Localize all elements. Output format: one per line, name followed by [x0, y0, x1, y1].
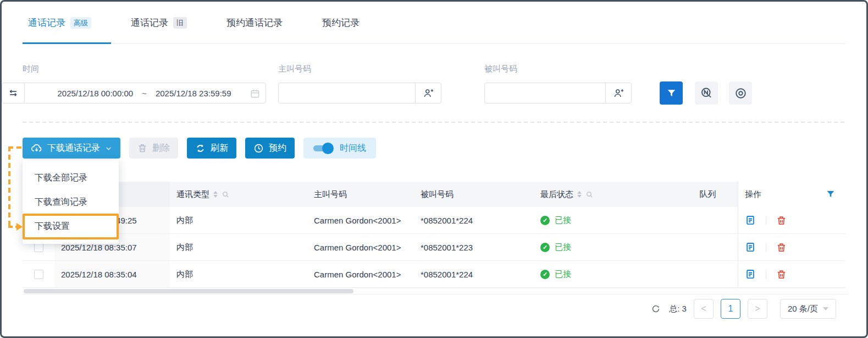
- caller-contact-picker-button[interactable]: [415, 83, 441, 103]
- caller-number-group: [278, 83, 441, 103]
- column-header-caller[interactable]: 主叫号码: [307, 182, 414, 207]
- schedule-button-label: 预约: [269, 143, 286, 154]
- refresh-button[interactable]: 刷新: [187, 138, 236, 159]
- chevron-down-icon: [105, 145, 112, 152]
- menu-item-download-query[interactable]: 下载查询记录: [23, 190, 119, 214]
- current-page-button[interactable]: 1: [721, 299, 740, 319]
- apply-filter-button[interactable]: [660, 81, 683, 105]
- date-range-input[interactable]: 2025/12/18 00:00:00 ~ 2025/12/18 23:59:5…: [23, 83, 266, 103]
- prev-page-button[interactable]: <: [694, 299, 714, 319]
- tab-badge-advanced: 高级: [70, 17, 91, 29]
- trash-icon: [137, 143, 147, 153]
- callee-filter-label: 被叫号码: [484, 64, 517, 74]
- table-bottom-border: [23, 294, 849, 295]
- actions-filter-icon[interactable]: [826, 189, 836, 199]
- tab-scheduled-records[interactable]: 预约记录: [302, 2, 379, 43]
- actions-divider: [766, 270, 766, 279]
- tab-call-records-advanced[interactable]: 通话记录 高级: [23, 2, 111, 43]
- menu-item-download-all[interactable]: 下载全部记录: [23, 166, 119, 190]
- refresh-icon: [195, 143, 206, 154]
- swap-icon: [8, 88, 19, 99]
- timeline-toggle-group: 时间线: [303, 138, 376, 159]
- cell-time: 2025/12/18 08:35:04: [54, 261, 170, 287]
- connector-line: [8, 226, 17, 228]
- call-records-table: 时间 通讯类型 主叫号码 被叫号码 最后状态 队列 操作: [23, 182, 845, 288]
- connector-arrow-icon: [16, 223, 23, 231]
- table-row: 2025/12/18 08:35:04 内部 Carmen Gordon<200…: [23, 261, 845, 288]
- swap-numbers-button[interactable]: [2, 83, 25, 103]
- timeline-toggle-label: 时间线: [340, 143, 366, 154]
- download-call-records-button[interactable]: 下载通话记录: [23, 138, 120, 159]
- column-header-status[interactable]: 最后状态: [534, 182, 678, 207]
- sort-icon[interactable]: [213, 191, 218, 198]
- page-size-value: 20 条/页: [788, 304, 818, 314]
- actions-divider: [766, 216, 766, 225]
- cell-actions: [738, 207, 845, 233]
- cell-caller: Carmen Gordon<2001>: [307, 261, 414, 287]
- funnel-icon: [666, 88, 677, 99]
- toolbar: 下载通话记录 删除 刷新 预约 时间线: [23, 138, 376, 159]
- tab-label: 预约记录: [322, 17, 360, 29]
- delete-record-icon[interactable]: [776, 215, 787, 226]
- tab-bar: 通话记录 高级 通话记录 旧 预约通话记录 预约记录: [23, 2, 845, 44]
- cell-caller: Carmen Gordon<2001>: [307, 207, 414, 233]
- cell-status: ✓已接: [534, 261, 678, 287]
- calendar-icon: [250, 88, 260, 99]
- cell-queue: [678, 234, 738, 260]
- tab-scheduled-call-records[interactable]: 预约通话记录: [207, 2, 302, 43]
- cell-actions: [738, 234, 845, 260]
- pagination-bar: 总: 3 < 1 > 20 条/页: [651, 298, 836, 319]
- page-size-select[interactable]: 20 条/页: [780, 299, 836, 319]
- delete-button[interactable]: 删除: [129, 138, 178, 159]
- tab-label: 通话记录: [131, 17, 168, 29]
- sort-icon[interactable]: [577, 191, 582, 198]
- tab-call-records-old[interactable]: 通话记录 旧: [111, 2, 207, 43]
- search-icon[interactable]: [585, 190, 594, 199]
- table-row: 2025/12/18 08:35:07 内部 Carmen Gordon<200…: [23, 234, 845, 261]
- section-divider: [23, 122, 847, 123]
- cloud-download-icon: [31, 143, 42, 154]
- person-add-icon: [613, 88, 624, 99]
- next-page-button[interactable]: >: [748, 299, 767, 319]
- reload-list-icon[interactable]: [651, 304, 661, 314]
- caller-number-input[interactable]: [279, 83, 415, 103]
- cell-callee: *0852001*224: [414, 261, 534, 287]
- column-header-queue[interactable]: 队列: [678, 182, 738, 207]
- connector-line: [8, 146, 10, 228]
- number-search-button[interactable]: [695, 81, 718, 105]
- column-header-actions: 操作: [738, 182, 845, 207]
- person-add-icon: [423, 88, 434, 99]
- cell-actions: [738, 261, 845, 287]
- row-checkbox[interactable]: [34, 243, 43, 252]
- cell-status: ✓已接: [534, 234, 678, 260]
- column-header-type[interactable]: 通讯类型: [170, 182, 307, 207]
- date-end: 2025/12/18 23:59:59: [156, 89, 231, 98]
- cell-type: 内部: [170, 234, 307, 260]
- column-header-callee[interactable]: 被叫号码: [414, 182, 534, 207]
- view-visibility-button[interactable]: [729, 81, 752, 105]
- delete-record-icon[interactable]: [776, 269, 787, 280]
- timeline-toggle[interactable]: [313, 145, 332, 151]
- download-button-label: 下载通话记录: [47, 143, 100, 154]
- refresh-button-label: 刷新: [211, 143, 228, 154]
- delete-record-icon[interactable]: [776, 242, 787, 253]
- date-start: 2025/12/18 00:00:00: [57, 89, 133, 98]
- callee-number-input[interactable]: [485, 83, 605, 103]
- search-icon[interactable]: [222, 190, 230, 199]
- eye-icon: [734, 87, 747, 100]
- table-row: 2025/12/18 10:49:25 内部 Carmen Gordon<200…: [23, 207, 845, 234]
- tab-badge-old: 旧: [173, 17, 187, 29]
- cell-callee: *0852001*223: [414, 234, 534, 260]
- row-checkbox[interactable]: [34, 270, 43, 279]
- menu-item-download-settings[interactable]: 下载设置: [23, 214, 119, 238]
- horizontal-scrollbar[interactable]: [24, 289, 353, 293]
- actions-divider: [766, 243, 766, 252]
- cell-caller: Carmen Gordon<2001>: [307, 234, 414, 260]
- total-count: 总: 3: [669, 304, 687, 314]
- call-detail-icon[interactable]: [745, 215, 756, 226]
- call-detail-icon[interactable]: [745, 269, 756, 280]
- call-detail-icon[interactable]: [745, 242, 756, 253]
- schedule-button[interactable]: 预约: [245, 138, 295, 159]
- cell-status: ✓已接: [534, 207, 678, 233]
- callee-contact-picker-button[interactable]: [605, 83, 631, 103]
